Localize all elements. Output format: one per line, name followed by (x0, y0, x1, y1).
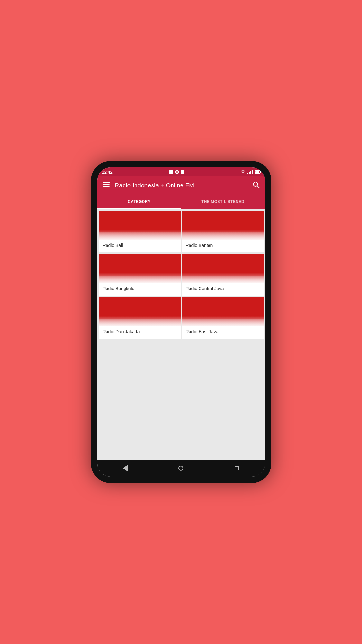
tab-most-listened[interactable]: THE MOST LISTENED (181, 194, 265, 209)
recents-icon (235, 466, 239, 470)
home-button[interactable] (174, 462, 187, 475)
svg-rect-0 (103, 182, 110, 183)
status-bar: 12:42 (97, 167, 265, 176)
card-radio-central-java[interactable]: Radio Central Java (182, 254, 264, 296)
card-image-dari-jakarta (99, 297, 181, 326)
svg-rect-2 (103, 186, 110, 187)
home-icon (178, 466, 183, 471)
toolbar-title: Radio Indonesia + Online FM... (115, 182, 253, 189)
status-icon-sd (181, 170, 184, 174)
back-button[interactable] (119, 462, 132, 475)
status-time: 12:42 (102, 170, 113, 175)
svg-point-3 (253, 182, 258, 186)
radio-grid: Radio Bali Radio Banten Radi (97, 209, 265, 340)
status-icon-circle (175, 170, 179, 174)
card-label-banten: Radio Banten (182, 240, 264, 252)
card-image-bali (99, 211, 181, 240)
status-right-icons (240, 170, 260, 174)
toolbar: Radio Indonesia + Online FM... (97, 176, 265, 194)
search-icon[interactable] (253, 181, 260, 190)
card-label-bali: Radio Bali (99, 240, 181, 252)
nav-bar (97, 460, 265, 477)
card-image-bengkulu (99, 254, 181, 283)
card-radio-bengkulu[interactable]: Radio Bengkulu (99, 254, 181, 296)
wifi-icon (240, 170, 246, 174)
signal-icon (247, 170, 253, 174)
card-radio-east-java[interactable]: Radio East Java (182, 297, 264, 339)
menu-icon[interactable] (103, 182, 110, 189)
card-image-banten (182, 211, 264, 240)
phone-screen: 12:42 (97, 167, 265, 477)
card-label-bengkulu: Radio Bengkulu (99, 283, 181, 296)
battery-icon (255, 170, 260, 174)
phone-frame: 12:42 (91, 161, 271, 483)
svg-rect-1 (103, 184, 110, 185)
card-radio-dari-jakarta[interactable]: Radio Dari Jakarta (99, 297, 181, 339)
tabs-bar: CATEGORY THE MOST LISTENED (97, 194, 265, 209)
card-radio-bali[interactable]: Radio Bali (99, 211, 181, 252)
status-icon-box (169, 170, 173, 174)
card-label-dari-jakarta: Radio Dari Jakarta (99, 326, 181, 339)
status-left-icons (169, 170, 184, 174)
card-label-central-java: Radio Central Java (182, 283, 264, 296)
tab-category[interactable]: CATEGORY (97, 194, 181, 209)
main-content: Radio Bali Radio Banten Radi (97, 209, 265, 460)
card-radio-banten[interactable]: Radio Banten (182, 211, 264, 252)
card-image-central-java (182, 254, 264, 283)
back-icon (123, 465, 128, 471)
svg-line-4 (257, 186, 259, 188)
recents-button[interactable] (230, 462, 243, 475)
card-label-east-java: Radio East Java (182, 326, 264, 339)
card-image-east-java (182, 297, 264, 326)
